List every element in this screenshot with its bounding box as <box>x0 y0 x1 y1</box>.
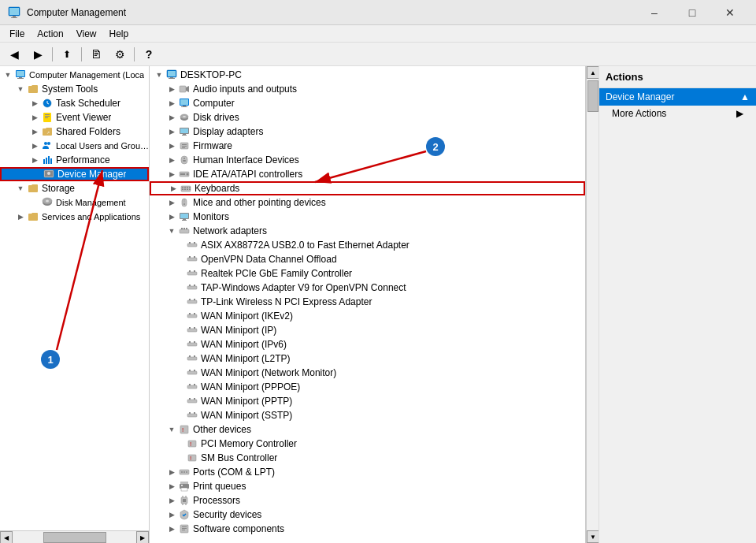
vscroll-up-btn[interactable]: ▲ <box>587 66 598 79</box>
tree-item-shared-folders[interactable]: ▶ ↗ Shared Folders <box>0 125 149 139</box>
wan-sstp-label: WAN Miniport (SSTP) <box>201 410 292 421</box>
device-pci-memory[interactable]: ! PCI Memory Controller <box>150 437 585 451</box>
maximize-button[interactable]: □ <box>674 0 710 25</box>
device-wan-l2tp[interactable]: WAN Miniport (L2TP) <box>150 351 585 366</box>
security-expand-icon: ▶ <box>165 508 178 521</box>
software-components-label: Software components <box>193 523 284 534</box>
device-audio[interactable]: ▶ Audio inputs and outputs <box>150 82 585 96</box>
computer-device-icon <box>178 97 191 110</box>
svg-rect-90 <box>187 314 197 318</box>
svg-rect-20 <box>48 156 50 164</box>
device-wan-netmon[interactable]: WAN Miniport (Network Monitor) <box>150 366 585 380</box>
device-print-queues[interactable]: ▶ Print queues <box>150 479 585 493</box>
device-wan-ip[interactable]: WAN Miniport (IP) <box>150 323 585 337</box>
hscroll-track[interactable] <box>13 531 136 543</box>
device-monitors[interactable]: ▶ Monitors <box>150 210 585 224</box>
svg-rect-127 <box>181 485 183 486</box>
menu-action[interactable]: Action <box>31 27 69 41</box>
device-keyboards[interactable]: ▶ Keyboards <box>150 181 585 195</box>
expand-icon-services-applications: ▶ <box>14 210 27 223</box>
realtek-expand <box>180 267 186 280</box>
toolbar-forward-button[interactable]: ▶ <box>27 45 49 64</box>
root-computer-icon <box>165 69 178 81</box>
tree-item-system-tools[interactable]: ▼ System Tools <box>0 82 149 96</box>
svg-rect-51 <box>183 160 186 162</box>
hscroll-right-btn[interactable]: ▶ <box>136 531 149 543</box>
device-display-adapters[interactable]: ▶ Display adapters <box>150 125 585 139</box>
device-openvpn[interactable]: OpenVPN Data Channel Offload <box>150 252 585 266</box>
device-computer[interactable]: ▶ Computer <box>150 96 585 110</box>
middle-pane[interactable]: ▼ DESKTOP-PC ▶ Audio inp <box>150 66 586 543</box>
security-icon <box>178 508 191 521</box>
device-wan-ipv6[interactable]: WAN Miniport (IPv6) <box>150 337 585 351</box>
toolbar-up-button[interactable]: ⬆ <box>56 45 78 64</box>
root-label: DESKTOP-PC <box>180 69 242 80</box>
device-mice[interactable]: ▶ Mice and other pointing devices <box>150 195 585 210</box>
device-processors[interactable]: ▶ Processors <box>150 493 585 508</box>
toolbar-showhide-button[interactable]: 🖹 <box>85 45 107 64</box>
svg-rect-108 <box>187 400 197 403</box>
device-ide[interactable]: ▶ IDE ATA/ATAPI controllers <box>150 167 585 181</box>
disk-icon <box>41 196 54 209</box>
device-wan-sstp[interactable]: WAN Miniport (SSTP) <box>150 408 585 422</box>
device-tree: ▼ DESKTOP-PC ▶ Audio inp <box>150 66 585 537</box>
device-wan-pptp[interactable]: WAN Miniport (PPTP) <box>150 394 585 408</box>
svg-rect-79 <box>189 256 191 258</box>
device-firmware[interactable]: ▶ Firmware <box>150 139 585 153</box>
device-software-components[interactable]: ▶ Software components <box>150 522 585 536</box>
svg-rect-14 <box>45 117 48 118</box>
actions-section-device-manager[interactable]: Device Manager ▲ <box>599 88 756 106</box>
tree-item-device-manager[interactable]: Device Manager <box>0 167 149 181</box>
tree-item-computer-management[interactable]: ▼ Computer Management (Loca <box>0 68 149 82</box>
device-tplink[interactable]: TP-Link Wireless N PCI Express Adapter <box>150 295 585 309</box>
device-ports[interactable]: ▶ Ports (COM & LPT) <box>150 465 585 479</box>
svg-rect-86 <box>194 285 195 286</box>
device-disk-drives[interactable]: ▶ Disk drives <box>150 110 585 125</box>
device-sm-bus[interactable]: ! SM Bus Controller <box>150 451 585 465</box>
disk-drives-expand-icon: ▶ <box>165 111 178 124</box>
svg-rect-126 <box>181 488 187 491</box>
actions-more-actions[interactable]: More Actions ▶ <box>599 106 756 121</box>
device-other-devices[interactable]: ▼ ! Other devices <box>150 422 585 437</box>
hscroll-left-btn[interactable]: ◀ <box>0 531 13 543</box>
tree-item-storage[interactable]: ▼ Storage <box>0 181 149 195</box>
device-asix[interactable]: ASIX AX88772A USB2.0 to Fast Ethernet Ad… <box>150 238 585 252</box>
left-pane[interactable]: ▼ Computer Management (Loca ▼ System Too… <box>0 66 150 543</box>
device-root[interactable]: ▼ DESKTOP-PC <box>150 68 585 82</box>
tree-item-disk-management[interactable]: Disk Management <box>0 195 149 210</box>
tree-item-local-users[interactable]: ▶ Local Users and Groups <box>0 139 149 153</box>
device-wan-ikev2[interactable]: WAN Miniport (IKEv2) <box>150 309 585 323</box>
svg-rect-74 <box>186 228 187 229</box>
device-wan-pppoe[interactable]: WAN Miniport (PPPOE) <box>150 380 585 394</box>
disk-drives-label: Disk drives <box>193 112 239 123</box>
device-hid[interactable]: ▶ Human Interface Devices <box>150 153 585 167</box>
tree-item-event-viewer[interactable]: ▶ Event Viewer <box>0 110 149 125</box>
realtek-label: Realtek PCIe GbE Family Controller <box>201 268 352 279</box>
computer-expand-icon: ▶ <box>165 97 178 110</box>
vscroll-down-btn[interactable]: ▼ <box>587 530 598 543</box>
firmware-label: Firmware <box>193 140 232 151</box>
device-security-devices[interactable]: ▶ Security devices <box>150 508 585 522</box>
menu-help[interactable]: Help <box>103 27 135 41</box>
svg-rect-84 <box>187 286 197 289</box>
toolbar-properties-button[interactable]: ⚙ <box>109 45 131 64</box>
device-network-adapters[interactable]: ▼ Network adapters <box>150 224 585 238</box>
expand-icon-task-scheduler: ▶ <box>28 97 41 110</box>
close-button[interactable]: ✕ <box>712 0 748 25</box>
minimize-button[interactable]: – <box>636 0 673 25</box>
monitors-label: Monitors <box>193 211 229 222</box>
tree-item-services-applications[interactable]: ▶ Services and Applications <box>0 210 149 224</box>
middle-pane-vscroll[interactable]: ▲ ▼ <box>586 66 598 543</box>
vscroll-track[interactable] <box>587 79 598 530</box>
wan-l2tp-icon <box>186 352 198 365</box>
wan-ikev2-expand <box>180 310 186 322</box>
device-realtek[interactable]: Realtek PCIe GbE Family Controller <box>150 266 585 281</box>
toolbar-help-button[interactable]: ? <box>138 45 160 64</box>
tree-item-task-scheduler[interactable]: ▶ Task Scheduler <box>0 96 149 110</box>
menu-file[interactable]: File <box>3 27 31 41</box>
device-tap[interactable]: TAP-Windows Adapter V9 for OpenVPN Conne… <box>150 281 585 295</box>
menu-view[interactable]: View <box>70 27 103 41</box>
toolbar-back-button[interactable]: ◀ <box>3 45 25 64</box>
tree-item-performance[interactable]: ▶ Performance <box>0 153 149 167</box>
left-pane-hscroll[interactable]: ◀ ▶ <box>0 530 149 543</box>
